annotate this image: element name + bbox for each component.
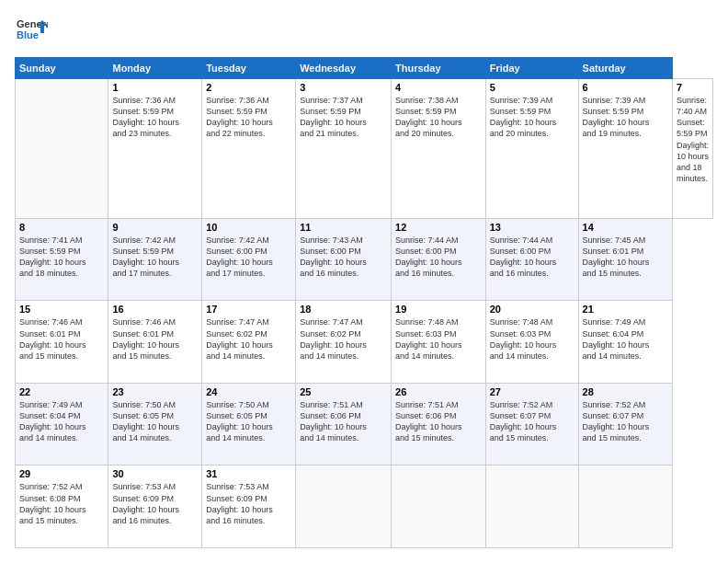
- day-number: 27: [490, 386, 574, 397]
- day-number: 1: [112, 82, 198, 93]
- day-number: 9: [112, 222, 198, 233]
- day-info: Sunrise: 7:52 AMSunset: 6:07 PMDaylight:…: [490, 400, 557, 442]
- calendar-header-row: SundayMondayTuesdayWednesdayThursdayFrid…: [16, 58, 713, 79]
- day-cell-16: 16Sunrise: 7:46 AMSunset: 6:01 PMDayligh…: [108, 301, 202, 384]
- calendar-table: SundayMondayTuesdayWednesdayThursdayFrid…: [15, 57, 713, 548]
- empty-cell: [578, 465, 672, 548]
- day-number: 19: [395, 304, 482, 315]
- day-number: 4: [395, 82, 482, 93]
- svg-text:Blue: Blue: [17, 29, 39, 40]
- day-info: Sunrise: 7:52 AMSunset: 6:07 PMDaylight:…: [583, 400, 650, 442]
- day-number: 25: [300, 386, 387, 397]
- day-info: Sunrise: 7:39 AMSunset: 5:59 PMDaylight:…: [490, 96, 557, 138]
- day-info: Sunrise: 7:47 AMSunset: 6:02 PMDaylight:…: [300, 317, 367, 360]
- day-cell-29: 29Sunrise: 7:52 AMSunset: 6:08 PMDayligh…: [16, 465, 108, 548]
- day-info: Sunrise: 7:45 AMSunset: 6:01 PMDaylight:…: [583, 236, 650, 278]
- day-cell-28: 28Sunrise: 7:52 AMSunset: 6:07 PMDayligh…: [578, 383, 672, 465]
- day-cell-20: 20Sunrise: 7:48 AMSunset: 6:03 PMDayligh…: [485, 301, 578, 384]
- day-cell-7: 7Sunrise: 7:40 AMSunset: 5:59 PMDaylight…: [672, 79, 712, 219]
- day-cell-17: 17Sunrise: 7:47 AMSunset: 6:02 PMDayligh…: [202, 301, 296, 384]
- day-cell-15: 15Sunrise: 7:46 AMSunset: 6:01 PMDayligh…: [16, 301, 108, 384]
- day-number: 20: [490, 304, 574, 315]
- day-cell-8: 8Sunrise: 7:41 AMSunset: 5:59 PMDaylight…: [16, 218, 108, 301]
- empty-cell: [16, 79, 108, 219]
- day-info: Sunrise: 7:50 AMSunset: 6:05 PMDaylight:…: [206, 400, 273, 442]
- day-cell-24: 24Sunrise: 7:50 AMSunset: 6:05 PMDayligh…: [202, 383, 296, 465]
- day-info: Sunrise: 7:51 AMSunset: 6:06 PMDaylight:…: [395, 400, 462, 442]
- day-info: Sunrise: 7:49 AMSunset: 6:04 PMDaylight:…: [19, 400, 86, 442]
- day-cell-22: 22Sunrise: 7:49 AMSunset: 6:04 PMDayligh…: [16, 383, 108, 465]
- header-friday: Friday: [485, 58, 578, 79]
- header-saturday: Saturday: [578, 58, 672, 79]
- day-cell-3: 3Sunrise: 7:37 AMSunset: 5:59 PMDaylight…: [296, 79, 392, 219]
- day-cell-1: 1Sunrise: 7:36 AMSunset: 5:59 PMDaylight…: [108, 79, 202, 219]
- day-number: 14: [583, 222, 668, 233]
- day-info: Sunrise: 7:46 AMSunset: 6:01 PMDaylight:…: [19, 317, 86, 360]
- day-info: Sunrise: 7:53 AMSunset: 6:09 PMDaylight:…: [206, 482, 273, 524]
- day-cell-11: 11Sunrise: 7:43 AMSunset: 6:00 PMDayligh…: [296, 218, 392, 301]
- day-number: 18: [300, 304, 387, 315]
- day-number: 15: [19, 304, 104, 315]
- day-info: Sunrise: 7:36 AMSunset: 5:59 PMDaylight:…: [112, 96, 179, 138]
- day-info: Sunrise: 7:53 AMSunset: 6:09 PMDaylight:…: [112, 482, 179, 524]
- empty-cell: [392, 465, 486, 548]
- day-number: 13: [490, 222, 574, 233]
- logo-svg: General Blue: [15, 15, 48, 48]
- day-number: 10: [206, 222, 291, 233]
- header-tuesday: Tuesday: [202, 58, 296, 79]
- day-info: Sunrise: 7:39 AMSunset: 5:59 PMDaylight:…: [583, 96, 650, 138]
- day-number: 24: [206, 386, 291, 397]
- day-info: Sunrise: 7:49 AMSunset: 6:04 PMDaylight:…: [583, 317, 650, 360]
- day-info: Sunrise: 7:52 AMSunset: 6:08 PMDaylight:…: [19, 482, 86, 524]
- day-cell-19: 19Sunrise: 7:48 AMSunset: 6:03 PMDayligh…: [392, 301, 486, 384]
- day-cell-2: 2Sunrise: 7:36 AMSunset: 5:59 PMDaylight…: [202, 79, 296, 219]
- week-row-5: 29Sunrise: 7:52 AMSunset: 6:08 PMDayligh…: [16, 465, 713, 548]
- day-number: 8: [19, 222, 104, 233]
- day-number: 17: [206, 304, 291, 315]
- day-info: Sunrise: 7:36 AMSunset: 5:59 PMDaylight:…: [206, 96, 273, 138]
- day-cell-18: 18Sunrise: 7:47 AMSunset: 6:02 PMDayligh…: [296, 301, 392, 384]
- day-info: Sunrise: 7:41 AMSunset: 5:59 PMDaylight:…: [19, 236, 86, 278]
- day-cell-14: 14Sunrise: 7:45 AMSunset: 6:01 PMDayligh…: [578, 218, 672, 301]
- day-number: 7: [677, 82, 709, 93]
- day-number: 3: [300, 82, 387, 93]
- day-info: Sunrise: 7:50 AMSunset: 6:05 PMDaylight:…: [112, 400, 179, 442]
- day-number: 31: [206, 468, 291, 479]
- week-row-3: 15Sunrise: 7:46 AMSunset: 6:01 PMDayligh…: [16, 301, 713, 384]
- day-info: Sunrise: 7:48 AMSunset: 6:03 PMDaylight:…: [395, 317, 462, 360]
- day-cell-6: 6Sunrise: 7:39 AMSunset: 5:59 PMDaylight…: [578, 79, 672, 219]
- day-info: Sunrise: 7:42 AMSunset: 6:00 PMDaylight:…: [206, 236, 273, 278]
- day-info: Sunrise: 7:43 AMSunset: 6:00 PMDaylight:…: [300, 236, 367, 278]
- day-cell-9: 9Sunrise: 7:42 AMSunset: 5:59 PMDaylight…: [108, 218, 202, 301]
- day-number: 29: [19, 468, 104, 479]
- week-row-2: 8Sunrise: 7:41 AMSunset: 5:59 PMDaylight…: [16, 218, 713, 301]
- day-cell-4: 4Sunrise: 7:38 AMSunset: 5:59 PMDaylight…: [392, 79, 486, 219]
- header-sunday: Sunday: [16, 58, 108, 79]
- day-cell-13: 13Sunrise: 7:44 AMSunset: 6:00 PMDayligh…: [485, 218, 578, 301]
- day-info: Sunrise: 7:48 AMSunset: 6:03 PMDaylight:…: [490, 317, 557, 360]
- day-number: 2: [206, 82, 291, 93]
- day-number: 16: [112, 304, 198, 315]
- day-cell-21: 21Sunrise: 7:49 AMSunset: 6:04 PMDayligh…: [578, 301, 672, 384]
- day-cell-10: 10Sunrise: 7:42 AMSunset: 6:00 PMDayligh…: [202, 218, 296, 301]
- header-monday: Monday: [108, 58, 202, 79]
- day-number: 23: [112, 386, 198, 397]
- day-cell-27: 27Sunrise: 7:52 AMSunset: 6:07 PMDayligh…: [485, 383, 578, 465]
- day-info: Sunrise: 7:37 AMSunset: 5:59 PMDaylight:…: [300, 96, 367, 138]
- day-info: Sunrise: 7:40 AMSunset: 5:59 PMDaylight:…: [677, 96, 709, 183]
- header-thursday: Thursday: [392, 58, 486, 79]
- day-cell-26: 26Sunrise: 7:51 AMSunset: 6:06 PMDayligh…: [392, 383, 486, 465]
- day-number: 28: [583, 386, 668, 397]
- calendar-page: General Blue SundayMondayTuesdayWednesda…: [0, 0, 728, 563]
- day-number: 6: [583, 82, 668, 93]
- day-number: 5: [490, 82, 574, 93]
- day-info: Sunrise: 7:42 AMSunset: 5:59 PMDaylight:…: [112, 236, 179, 278]
- day-number: 26: [395, 386, 482, 397]
- day-number: 21: [583, 304, 668, 315]
- day-number: 22: [19, 386, 104, 397]
- day-number: 11: [300, 222, 387, 233]
- week-row-1: 1Sunrise: 7:36 AMSunset: 5:59 PMDaylight…: [16, 79, 713, 219]
- calendar-body: 1Sunrise: 7:36 AMSunset: 5:59 PMDaylight…: [16, 79, 713, 548]
- day-number: 30: [112, 468, 198, 479]
- day-info: Sunrise: 7:51 AMSunset: 6:06 PMDaylight:…: [300, 400, 367, 442]
